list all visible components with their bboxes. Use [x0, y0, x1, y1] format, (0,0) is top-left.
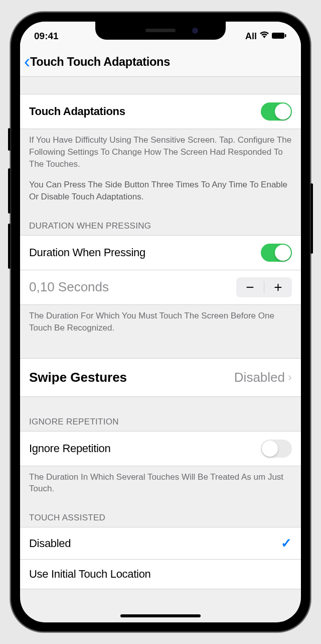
duration-pressing-label: Duration When Pressing	[29, 246, 145, 259]
status-time: 09:41	[34, 31, 59, 42]
touch-adaptations-row[interactable]: Touch Adaptations	[20, 94, 301, 129]
duration-value: 0,10 Seconds	[29, 279, 109, 295]
duration-stepper: − +	[236, 277, 292, 297]
notch	[95, 22, 226, 40]
touch-assisted-initial-row[interactable]: Use Initial Touch Location	[20, 560, 301, 589]
ignore-repetition-row[interactable]: Ignore Repetition	[20, 431, 301, 466]
volume-up	[8, 168, 11, 213]
wifi-icon	[259, 31, 269, 42]
touch-assisted-initial-label: Use Initial Touch Location	[29, 568, 151, 581]
ignore-repetition-header: IGNORE REPETITION	[20, 397, 301, 431]
touch-assisted-disabled-label: Disabled	[29, 537, 71, 550]
toggle-knob	[262, 441, 278, 457]
duration-header: DURATION WHEN PRESSING	[20, 210, 301, 235]
camera	[192, 28, 198, 34]
home-indicator[interactable]	[120, 614, 201, 617]
back-chevron-icon[interactable]: ‹	[24, 51, 30, 72]
touch-adaptations-label: Touch Adaptations	[29, 105, 125, 118]
screen: 09:41 All ‹ Touch Touch Adaptations Touc…	[20, 22, 301, 622]
duration-pressing-toggle[interactable]	[261, 244, 292, 262]
toggle-knob	[275, 103, 291, 120]
chevron-right-icon: ›	[288, 370, 292, 384]
swipe-gestures-value: Disabled ›	[234, 370, 292, 385]
stepper-plus-button[interactable]: +	[264, 277, 292, 297]
touch-assisted-disabled-row[interactable]: Disabled ✓	[20, 527, 301, 560]
spacer	[20, 341, 301, 358]
side-button	[310, 183, 313, 254]
footer-text-2: You Can Press The Side Button Three Time…	[20, 177, 301, 210]
stepper-minus-button[interactable]: −	[236, 277, 264, 297]
volume-down	[8, 224, 11, 269]
battery-icon	[272, 31, 287, 42]
swipe-gestures-label: Swipe Gestures	[29, 370, 127, 385]
duration-footer: The Duration For Which You Must Touch Th…	[20, 305, 301, 341]
toggle-knob	[275, 245, 291, 261]
ignore-repetition-toggle[interactable]	[261, 440, 292, 458]
swipe-value-text: Disabled	[234, 370, 285, 385]
svg-rect-0	[272, 33, 284, 39]
content[interactable]: Touch Adaptations If You Have Difficulty…	[20, 77, 301, 622]
touch-assisted-header: TOUCH ASSISTED	[20, 502, 301, 527]
touch-adaptations-toggle[interactable]	[261, 102, 292, 121]
speaker	[145, 29, 176, 32]
duration-pressing-row[interactable]: Duration When Pressing	[20, 235, 301, 270]
phone-frame: 09:41 All ‹ Touch Touch Adaptations Touc…	[11, 13, 310, 631]
svg-rect-1	[285, 34, 286, 37]
ignore-repetition-footer: The Duration In Which Several Touches Wi…	[20, 466, 301, 502]
status-right: All	[245, 31, 287, 42]
nav-title: Touch Touch Adaptations	[30, 55, 170, 69]
spacer	[20, 77, 301, 94]
swipe-gestures-row[interactable]: Swipe Gestures Disabled ›	[20, 358, 301, 397]
checkmark-icon: ✓	[281, 535, 292, 551]
mute-switch	[8, 128, 11, 151]
footer-text-1: If You Have Difficulty Using The Sensiti…	[20, 129, 301, 177]
ignore-repetition-label: Ignore Repetition	[29, 442, 110, 455]
nav-bar: ‹ Touch Touch Adaptations	[20, 47, 301, 77]
duration-value-row: 0,10 Seconds − +	[20, 270, 301, 305]
carrier-label: All	[245, 31, 257, 42]
